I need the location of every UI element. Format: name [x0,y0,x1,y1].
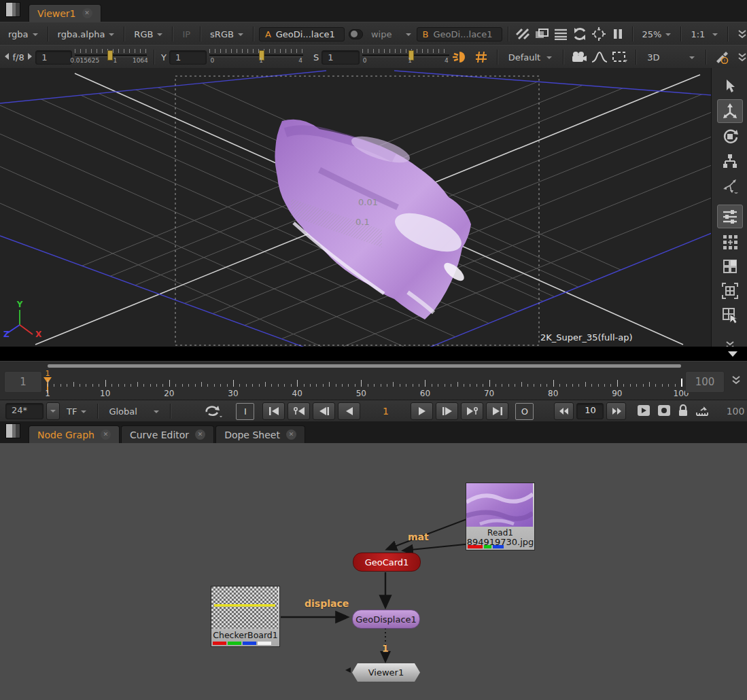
next-keyframe-button[interactable] [461,402,483,420]
pane-menu-icon[interactable] [5,2,20,17]
flipbook-button[interactable] [637,404,650,419]
rotate-tool[interactable] [718,125,742,147]
pane-menu-icon[interactable] [5,423,20,438]
close-icon[interactable]: ✕ [82,8,92,18]
ruler-tick [105,380,106,387]
in-point-button[interactable]: I [236,403,254,420]
tab-dope-sheet[interactable]: Dope Sheet ✕ [215,425,305,443]
out-point-button[interactable]: O [515,403,534,420]
jump-back-button[interactable] [554,402,574,420]
translate-tool[interactable] [717,99,743,123]
jump-forward-button[interactable] [606,402,626,420]
layer-dropdown[interactable]: rgba.alpha [54,27,119,41]
collapse-chevrons-icon[interactable] [733,26,747,42]
node-geocard1[interactable]: GeoCard1 [353,553,421,572]
frame-step-field[interactable]: 10 [576,403,604,419]
range-start-field[interactable]: 1 [4,371,42,393]
info-bar-arrow-icon[interactable] [728,351,737,357]
tab-node-graph[interactable]: Node Graph ✕ [29,425,120,443]
step-back-button[interactable] [313,402,335,420]
display-channels-dropdown[interactable]: RGB [130,27,167,41]
tab-viewer1[interactable]: Viewer1 ✕ [29,4,101,22]
node-geodisplace1[interactable]: GeoDisplace1 [352,610,420,629]
lut-dropdown[interactable]: Default [504,50,557,65]
scale-hierarchy-tool[interactable] [718,150,742,172]
tf-dropdown[interactable]: TF [63,404,90,419]
node-graph-canvas[interactable]: Read1 894919730.jpg mat GeoCard1 Checker… [0,443,747,700]
channels-dropdown[interactable]: rgba [4,27,42,41]
axis-tool[interactable] [718,174,742,196]
axis-gizmo: Y Z X [3,300,42,339]
vertex-grid-tool[interactable] [718,230,742,253]
lock-icon[interactable] [678,404,689,419]
pause-icon[interactable] [609,26,627,42]
frame-grid-tool[interactable] [718,279,742,302]
marquee-icon[interactable] [611,49,629,65]
collapse-chevrons-icon[interactable] [733,49,747,65]
grid-cursor-tool[interactable] [718,304,742,326]
play-backward-button[interactable] [338,402,360,420]
camera-icon[interactable] [570,49,588,65]
saturation-slider[interactable]: 0 1 4 [362,48,449,66]
current-frame[interactable]: 1 [363,406,408,417]
roi-icon[interactable] [590,26,608,42]
node-viewer1[interactable]: Viewer1 [352,663,420,682]
step-forward-button[interactable] [436,402,458,420]
fstop-next-arrow[interactable] [27,52,33,63]
chevron-down-icon [33,33,38,36]
wipe-mode-dropdown[interactable]: wipe [367,27,415,41]
close-icon[interactable]: ✕ [101,430,111,440]
scanline-icon[interactable] [552,26,570,42]
multislider-tool[interactable] [717,205,743,228]
zoom-dropdown[interactable]: 25% [638,27,676,41]
close-icon[interactable]: ✕ [195,430,205,440]
refresh-icon[interactable] [571,26,589,42]
aspect-dropdown[interactable]: 1:1 [687,27,722,41]
wipe-overlay-icon[interactable] [533,26,551,42]
node-checkerboard1[interactable]: CheckerBoard1 [211,586,280,647]
range-mode-dropdown[interactable]: Global [105,404,163,419]
select-tool[interactable] [718,75,742,97]
timeline-zoom-bar[interactable] [48,364,681,368]
to-start-button[interactable] [262,402,285,420]
timeline-ruler[interactable]: 1 1102030405060708090100 [48,362,681,400]
input-process-button[interactable]: IP [178,27,194,41]
tab-curve-editor[interactable]: Curve Editor ✕ [121,425,214,443]
play-button[interactable] [411,402,433,420]
node-read1[interactable]: Read1 894919730.jpg [466,483,535,550]
render-ramp-icon[interactable] [695,404,709,419]
capture-button[interactable] [657,404,671,419]
loop-mode-button[interactable] [203,404,226,419]
gain-input[interactable]: 1 [35,50,72,65]
grid-hash-icon[interactable] [472,49,490,65]
range-end-field[interactable]: 100 [685,371,725,393]
format-label: 2K_Super_35(full-ap) [540,332,633,343]
ruler-tick [227,384,228,387]
gain-slider[interactable]: 0.015625 1 1064 [75,48,147,66]
gamma-input[interactable]: 1 [169,50,207,65]
prev-keyframe-button[interactable] [288,402,310,420]
timeline-chevrons-icon[interactable] [731,375,741,387]
curve-icon[interactable] [591,49,608,65]
to-end-button[interactable] [486,402,508,420]
proxy-stripes-icon[interactable] [514,26,532,42]
view-mode-dropdown[interactable]: 3D [643,50,699,65]
chevron-down-icon [81,410,86,413]
input-a-selector[interactable]: A GeoDi...lace1 [259,27,345,41]
slider-handle[interactable] [107,50,113,60]
fps-dropdown[interactable] [46,402,60,420]
colorspace-dropdown[interactable]: sRGB [206,27,247,41]
input-b-selector[interactable]: B GeoDi...lace1 [417,27,502,41]
close-icon[interactable]: ✕ [286,430,296,440]
depth-label: 0.1 [355,217,370,227]
color-sampler-icon[interactable]: ! [713,49,731,65]
wipe-toggle[interactable] [349,29,363,39]
layout-grid-tool[interactable] [718,255,742,277]
fstop-prev-arrow[interactable] [4,52,10,63]
viewport-3d[interactable]: 0.01 0.1 Y Z X 2K_Super_35(full-ap) [0,68,747,347]
saturation-input[interactable]: 1 [322,50,359,65]
headlamp-icon[interactable] [452,49,470,65]
fps-field[interactable]: 24* [5,403,44,419]
gamma-slider[interactable]: 0 1 4 [209,48,303,66]
ruler-tick [284,384,285,387]
